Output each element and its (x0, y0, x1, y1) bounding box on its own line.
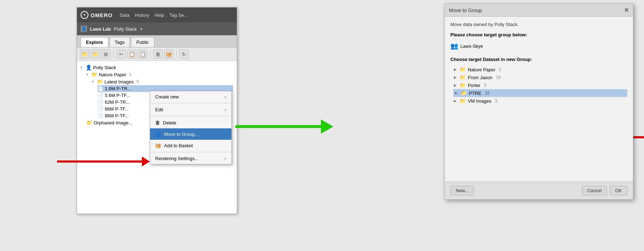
file-label-4: 86M P-TF... (105, 106, 129, 112)
refresh-button[interactable]: ↻ (179, 50, 189, 59)
copy-button[interactable]: 📋 (127, 50, 137, 59)
tree-root-user[interactable]: ▾ 👤 Polly Stack (81, 64, 233, 71)
cancel-button[interactable]: Cancel (582, 186, 607, 195)
group-item-laws-skye[interactable]: 👥 Laws-Skye (450, 41, 627, 51)
ctx-edit[interactable]: Edit » (150, 104, 231, 115)
new-folder-button[interactable]: 📁 (80, 50, 89, 59)
folder-icon-porter: 📁 (460, 82, 466, 88)
ctx-move-icon: 👤 (155, 131, 161, 137)
file-icon-3: 📄 (98, 99, 103, 105)
dataset-item-porter[interactable]: ▶ 📁 Porter 5 (453, 81, 627, 89)
tab-tags[interactable]: Tags (109, 37, 130, 47)
red-arrow-left-line (57, 160, 142, 163)
nav-tag-search[interactable]: Tag Se... (169, 12, 188, 18)
folder-icon-from-jason: 📁 (460, 75, 466, 80)
ds-label-ptre: PTRE (469, 91, 481, 96)
tree-dataset-latest-images[interactable]: ▾ 📁 Latest Images 5 (92, 78, 233, 85)
ctx-rendering-label: Rendering Settings... (155, 156, 198, 161)
ds-count-from-jason: 18 (496, 75, 501, 80)
new-button[interactable]: New... (450, 186, 474, 195)
tab-explore[interactable]: Explore (81, 37, 108, 47)
nav-help[interactable]: Help (155, 12, 164, 18)
file-label-2: 5.6M P-TF... (105, 93, 130, 98)
omero-logo-icon: ✦ (81, 11, 88, 19)
footer-right-buttons: Cancel OK (582, 186, 627, 195)
cut-button[interactable]: ✂ (117, 50, 126, 59)
ctx-basket-label: Add to Basket (164, 143, 193, 148)
user-icon-tree: 👤 (86, 65, 92, 70)
ds-arrow-nature: ▶ (454, 68, 458, 71)
new-green-folder-button[interactable]: 📁 (91, 50, 100, 59)
paste-button[interactable]: 📋 (138, 50, 147, 59)
green-arrow-line (235, 125, 321, 128)
tree-project-nature-paper[interactable]: ▾ 📁 Nature Paper 1 (86, 71, 233, 78)
tree-orphaned-label: Orphaned Image... (94, 120, 132, 125)
ok-button[interactable]: OK (610, 186, 627, 195)
ds-label-vm-images: VM Images (468, 98, 491, 104)
tab-public[interactable]: Public (131, 37, 154, 47)
ctx-arrow-rendering: » (224, 156, 226, 161)
ctx-create-new[interactable]: Create new » (150, 91, 231, 102)
nav-history[interactable]: History (135, 12, 149, 18)
user-bar: 👤 Laws Lab Polly Stack ▼ (77, 22, 237, 35)
toolbar-separator-2 (150, 51, 150, 58)
latest-count: 5 (137, 79, 139, 84)
ctx-add-basket[interactable]: 🧺 Add to Basket (150, 140, 231, 151)
nav-data[interactable]: Data (120, 12, 129, 18)
toolbar: 📁 📁 ⊞ ✂ 📋 📋 🗑 🧺 ↻ (77, 47, 237, 61)
toolbar-separator-1 (113, 51, 114, 58)
ctx-delete[interactable]: 🗑 Delete (150, 117, 231, 128)
ctx-delete-icon: 🗑 (155, 120, 160, 125)
folder-blue-icon-nature: 📁 (91, 72, 97, 77)
folder-icon-nature-paper: 📁 (460, 67, 466, 72)
ctx-separator-3 (150, 152, 231, 152)
dataset-list: ▶ 📁 Nature Paper 2 ▶ 📁 From Jason 18 ▶ 📁… (453, 66, 627, 105)
dropdown-arrow-icon[interactable]: ▼ (140, 27, 143, 31)
app-header: ✦ OMERO Data History Help Tag Se... (77, 7, 237, 22)
user-name: Polly Stack (114, 26, 137, 32)
grid-view-button[interactable]: ⊞ (101, 50, 111, 59)
tree-arrow-root: ▾ (81, 66, 84, 69)
ds-arrow-from-jason: ▶ (454, 76, 458, 79)
omero-logo: ✦ OMERO (81, 11, 113, 19)
ds-count-vm-images: 3 (495, 98, 497, 103)
dialog-body: Move data owned by Polly Stack. Please c… (445, 17, 633, 110)
toolbar-separator-3 (176, 51, 177, 58)
dataset-item-from-jason[interactable]: ▶ 📁 From Jason 18 (453, 73, 627, 81)
file-label-1: 1.6M P-TR... (105, 86, 131, 91)
tree-root-user-label: Polly Stack (93, 65, 116, 70)
delete-button[interactable]: 🗑 (153, 50, 163, 59)
ctx-rendering-settings[interactable]: Rendering Settings... » (150, 153, 231, 164)
ds-count-ptre: 22 (485, 91, 490, 96)
dataset-item-vm-images[interactable]: ▶ 📁 VM Images 3 (453, 97, 627, 105)
folder-blue-icon-latest: 📁 (97, 79, 103, 84)
green-arrow-head (321, 119, 333, 134)
omero-logo-text: OMERO (91, 12, 113, 18)
ctx-move-label: Move to Group... (164, 132, 199, 137)
tree-arrow-nature: ▾ (86, 73, 90, 76)
ctx-delete-label: Delete (163, 120, 177, 125)
ctx-create-new-label: Create new (155, 94, 179, 99)
ds-arrow-porter: ▶ (454, 83, 458, 87)
ds-arrow-ptre: ▶ (455, 91, 459, 95)
tabs-bar: Explore Tags Public (77, 35, 237, 47)
dataset-item-ptre[interactable]: ▶ 📁 PTRE 22 (453, 89, 627, 97)
file-label-5: 86M P-TF... (105, 113, 129, 118)
group-user-icon: 👥 (450, 42, 458, 50)
dialog-close-button[interactable]: ✕ (624, 7, 629, 14)
group-name: Laws Lab (90, 26, 111, 32)
file-icon-2: 📄 (98, 93, 103, 98)
red-arrow-left-head (142, 157, 150, 167)
ds-label-from-jason: From Jason (468, 75, 492, 80)
move-to-group-dialog: Move to Group ✕ Move data owned by Polly… (444, 4, 633, 200)
ds-label-nature-paper: Nature Paper (468, 67, 495, 72)
nav-links: Data History Help Tag Se... (120, 12, 188, 18)
folder-icon-ptre: 📁 (461, 90, 467, 96)
folder-icon-vm-images: 📁 (460, 98, 466, 104)
dataset-item-nature-paper[interactable]: ▶ 📁 Nature Paper 2 (453, 66, 627, 73)
file-icon-1: 📄 (98, 86, 103, 91)
basket-button[interactable]: 🧺 (164, 50, 173, 59)
file-icon-5: 📄 (98, 113, 103, 118)
nature-count: 1 (129, 72, 132, 77)
ctx-move-to-group[interactable]: 👤 Move to Group... (150, 128, 231, 140)
